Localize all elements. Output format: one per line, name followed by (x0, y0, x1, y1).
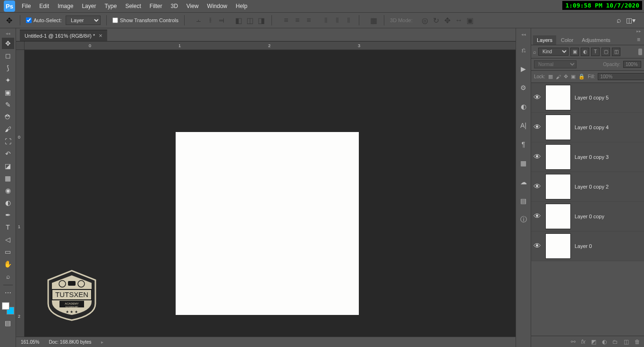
tab-adjustments[interactable]: Adjustments (578, 35, 614, 45)
mask-icon[interactable]: ◩ (591, 339, 596, 345)
visibility-toggle[interactable]: 👁 (533, 123, 542, 132)
layer-item[interactable]: 👁 Layer 0 (531, 231, 644, 261)
link-layers-icon[interactable]: ⚯ (571, 339, 576, 345)
align-right-icon[interactable]: ◨ (256, 16, 266, 25)
dist-right-icon[interactable]: ⦀ (344, 16, 353, 25)
swatches-panel-icon[interactable]: ▦ (518, 157, 529, 169)
visibility-toggle[interactable]: 👁 (533, 242, 542, 250)
menu-view[interactable]: View (186, 3, 199, 9)
pen-tool[interactable]: ✒ (2, 209, 14, 221)
character-panel-icon[interactable]: A| (518, 120, 529, 131)
menu-3d[interactable]: 3D (170, 3, 178, 9)
edit-toolbar-icon[interactable]: ⋯ (2, 287, 14, 298)
layer-thumbnail[interactable] (545, 85, 571, 110)
menu-help[interactable]: Help (236, 3, 247, 9)
layer-name[interactable]: Layer 0 copy (575, 214, 642, 219)
dodge-tool[interactable]: ◐ (2, 197, 14, 208)
align-vmid-icon[interactable]: ⫲ (205, 16, 215, 25)
show-transform-check[interactable]: Show Transform Controls (112, 17, 178, 23)
align-bottom-icon[interactable]: ⫤ (217, 16, 226, 25)
layer-thumbnail[interactable] (545, 204, 571, 229)
menu-file[interactable]: File (22, 3, 31, 9)
lock-position-icon[interactable]: ✥ (564, 73, 568, 81)
filter-toggle[interactable] (638, 49, 642, 55)
auto-align-icon[interactable]: ▦ (369, 16, 378, 25)
history-panel-icon[interactable]: ⎌ (518, 44, 529, 56)
layer-item[interactable]: 👁 Layer 0 copy 4 (531, 113, 644, 142)
visibility-toggle[interactable]: 👁 (533, 153, 542, 161)
move-tool-icon[interactable]: ✥ (4, 15, 14, 25)
3d-scale-icon[interactable]: ▣ (466, 16, 475, 25)
layer-item[interactable]: 👁 Layer 0 copy 3 (531, 142, 644, 172)
lock-artboard-icon[interactable]: ▣ (571, 73, 576, 81)
filter-type-icon[interactable]: T (591, 48, 600, 56)
show-transform-checkbox[interactable] (112, 17, 118, 23)
tab-layers[interactable]: Layers (533, 35, 556, 45)
eyedropper-tool[interactable]: ✎ (2, 99, 14, 110)
hand-tool[interactable]: ✋ (2, 258, 14, 270)
panel-menu-icon[interactable]: ≡ (633, 34, 644, 45)
menu-layer[interactable]: Layer (82, 3, 96, 9)
workspace-switcher-icon[interactable]: ◫▾ (626, 17, 636, 24)
search-icon[interactable]: ⌕ (617, 16, 621, 25)
stamp-tool[interactable]: ⛶ (2, 136, 14, 147)
dist-left-icon[interactable]: ⦀ (321, 16, 330, 25)
menu-image[interactable]: Image (58, 3, 73, 9)
doc-info[interactable]: Doc: 168.8K/0 bytes (49, 339, 91, 345)
tab-color[interactable]: Color (557, 35, 577, 45)
layer-item[interactable]: 👁 Layer 0 copy 2 (531, 172, 644, 202)
filter-pixel-icon[interactable]: ▣ (570, 48, 579, 56)
gradient-tool[interactable]: ▦ (2, 173, 14, 184)
actions-panel-icon[interactable]: ▶ (518, 63, 529, 74)
filter-kind-select[interactable]: Kind (538, 48, 568, 56)
layer-thumbnail[interactable] (545, 174, 571, 199)
document-tab[interactable]: Untitled-1 @ 161% (RGB/8#) * × (20, 30, 107, 41)
zoom-tool[interactable]: ⌕ (2, 271, 14, 282)
collapse-panel-icon[interactable]: ▸▸ (636, 29, 641, 33)
ruler-vertical[interactable]: 0 1 2 (16, 50, 25, 337)
fill-input[interactable] (598, 73, 644, 80)
dist-vmid-icon[interactable]: ≡ (293, 16, 302, 25)
menu-window[interactable]: Window (207, 3, 228, 9)
path-select-tool[interactable]: ◁ (2, 234, 14, 245)
filter-adjust-icon[interactable]: ◐ (581, 48, 589, 56)
dist-top-icon[interactable]: ≡ (281, 16, 291, 25)
align-hmid-icon[interactable]: ◫ (245, 16, 254, 25)
visibility-toggle[interactable]: 👁 (533, 212, 542, 221)
lock-transparent-icon[interactable]: ▩ (548, 73, 553, 81)
3d-orbit-icon[interactable]: ◎ (420, 16, 430, 25)
properties-panel-icon[interactable]: ⚙ (518, 82, 529, 93)
layer-name[interactable]: Layer 0 copy 4 (575, 124, 642, 130)
layer-thumbnail[interactable] (545, 144, 571, 170)
styles-panel-icon[interactable]: ▤ (518, 195, 529, 207)
info-panel-icon[interactable]: ⓘ (518, 214, 529, 225)
filter-smart-icon[interactable]: ◫ (612, 48, 620, 56)
3d-roll-icon[interactable]: ↻ (432, 16, 441, 25)
libraries-panel-icon[interactable]: ☁ (518, 176, 529, 188)
align-left-icon[interactable]: ◧ (234, 16, 243, 25)
lock-pixels-icon[interactable]: 🖌 (556, 73, 561, 81)
auto-select-target[interactable]: Layer (66, 16, 101, 25)
type-tool[interactable]: T (2, 222, 14, 233)
marquee-tool[interactable]: ◻ (2, 50, 14, 61)
filter-shape-icon[interactable]: ▢ (602, 48, 610, 56)
close-tab-icon[interactable]: × (99, 33, 102, 39)
layer-name[interactable]: Layer 0 copy 5 (575, 95, 642, 100)
3d-slide-icon[interactable]: ↔ (454, 16, 464, 25)
group-icon[interactable]: 🗀 (612, 339, 618, 345)
layer-name[interactable]: Layer 0 copy 2 (575, 184, 642, 190)
dist-bottom-icon[interactable]: ≡ (304, 16, 314, 25)
align-top-icon[interactable]: ⫠ (194, 16, 203, 25)
move-tool[interactable]: ✥ (2, 38, 14, 49)
adjustments-panel-icon[interactable]: ◐ (518, 101, 529, 112)
zoom-level[interactable]: 161.05% (21, 339, 39, 345)
opacity-input[interactable] (623, 61, 641, 68)
layer-name[interactable]: Layer 0 copy 3 (575, 154, 642, 160)
ruler-horizontal[interactable]: 0 1 2 3 (25, 41, 516, 50)
paragraph-panel-icon[interactable]: ¶ (518, 139, 529, 150)
quick-mask-icon[interactable]: ▤ (2, 317, 14, 329)
layer-thumbnail[interactable] (545, 115, 571, 140)
crop-tool[interactable]: ▣ (2, 87, 14, 98)
visibility-toggle[interactable]: 👁 (533, 93, 542, 102)
rectangle-tool[interactable]: ▭ (2, 246, 14, 257)
